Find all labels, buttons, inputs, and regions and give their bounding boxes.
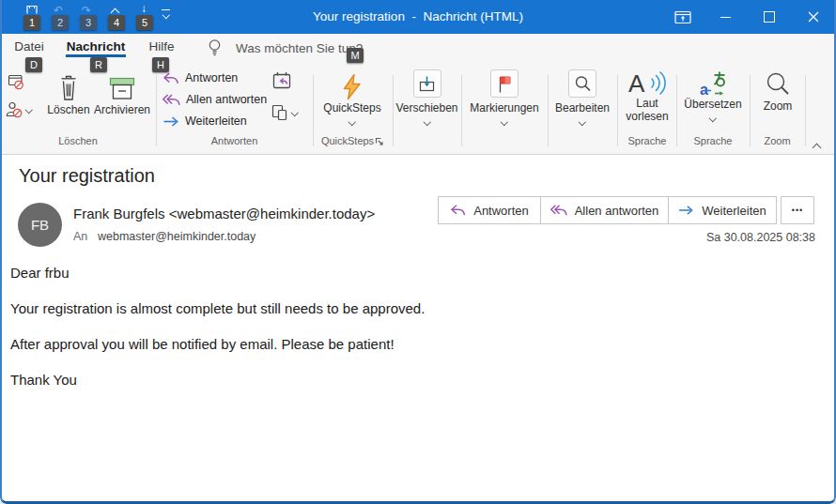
translate-button[interactable]: a Übersetzen bbox=[678, 69, 748, 121]
maximize-button[interactable] bbox=[755, 0, 783, 34]
close-button[interactable] bbox=[799, 0, 828, 34]
popout-button[interactable] bbox=[669, 0, 697, 34]
flag-icon bbox=[490, 69, 519, 98]
forward-icon bbox=[678, 205, 694, 216]
keytip: 4 bbox=[108, 15, 125, 30]
forward-action-label: Weiterleiten bbox=[702, 204, 766, 218]
ignore-icon bbox=[7, 74, 24, 90]
editing-button[interactable]: Bearbeiten bbox=[548, 69, 617, 125]
move-label: Verschieben bbox=[395, 101, 457, 115]
tags-label: Markierungen bbox=[470, 101, 538, 115]
body-line: Your registration is almost complete but… bbox=[10, 300, 425, 316]
ignore-button[interactable] bbox=[7, 74, 24, 90]
keytip-search: M bbox=[347, 48, 364, 63]
keytip-message: R bbox=[90, 57, 107, 72]
group-label-quicksteps: QuickSteps bbox=[313, 135, 382, 146]
tags-button[interactable]: Markierungen bbox=[461, 69, 548, 125]
reply-label: Antworten bbox=[185, 71, 238, 84]
reply-all-button[interactable]: Allen antworten bbox=[163, 89, 267, 110]
svg-text:a: a bbox=[700, 82, 708, 97]
tab-help[interactable]: Hilfe bbox=[143, 38, 180, 56]
translate-label: Übersetzen bbox=[684, 98, 741, 111]
move-button[interactable]: Verschieben bbox=[393, 69, 461, 125]
group-label-speech: Sprache bbox=[618, 135, 676, 146]
archive-icon bbox=[109, 72, 135, 103]
group-label-zoom: Zoom bbox=[750, 135, 805, 146]
editing-label: Bearbeiten bbox=[555, 101, 610, 115]
junk-icon bbox=[5, 101, 23, 118]
keytip-help: H bbox=[152, 57, 169, 72]
junk-button[interactable] bbox=[5, 101, 32, 118]
reply-button[interactable]: Antworten bbox=[163, 68, 238, 88]
quicksteps-dialog-launcher[interactable] bbox=[375, 137, 384, 146]
body-line: After approval you will be notified by e… bbox=[10, 336, 395, 352]
reply-icon bbox=[450, 204, 466, 217]
keytip: 3 bbox=[80, 15, 97, 30]
translate-chevron bbox=[709, 115, 717, 122]
tab-message[interactable]: Nachricht bbox=[66, 38, 126, 56]
avatar[interactable]: FB bbox=[18, 203, 62, 247]
tell-me-search[interactable]: Was möchten Sie tun? bbox=[236, 41, 363, 55]
reply-action-button[interactable]: Antworten bbox=[438, 196, 541, 224]
meeting-reply-icon bbox=[271, 71, 292, 91]
quicksteps-chevron bbox=[348, 118, 356, 126]
to-address[interactable]: webmaster@heimkinder.today bbox=[98, 230, 255, 243]
delete-label: Löschen bbox=[47, 103, 89, 116]
maximize-icon bbox=[764, 11, 775, 23]
sender-line[interactable]: Frank Burgfels <webmaster@heimkinder.tod… bbox=[73, 206, 375, 221]
collapse-ribbon-button[interactable] bbox=[813, 138, 820, 155]
zoom-label: Zoom bbox=[764, 99, 793, 113]
keytip: 2 bbox=[52, 15, 69, 30]
archive-button[interactable]: Archivieren bbox=[92, 72, 152, 130]
read-aloud-label-2: vorlesen bbox=[626, 110, 668, 123]
reply-all-action-button[interactable]: Allen antworten bbox=[540, 196, 669, 224]
more-respond-actions-button[interactable] bbox=[271, 103, 298, 121]
forward-button[interactable]: Weiterleiten bbox=[163, 111, 247, 131]
tab-file[interactable]: Datei bbox=[12, 38, 46, 56]
read-aloud-label-1: Laut bbox=[636, 97, 658, 110]
group-label-translate: Sprache bbox=[676, 135, 750, 146]
quicksteps-label: QuickSteps bbox=[323, 101, 380, 115]
forward-action-button[interactable]: Weiterleiten bbox=[668, 196, 777, 224]
forward-label: Weiterleiten bbox=[185, 115, 247, 128]
to-label: An bbox=[73, 230, 87, 243]
meeting-reply-button[interactable] bbox=[271, 71, 292, 91]
editing-chevron bbox=[579, 118, 586, 126]
zoom-icon bbox=[765, 69, 791, 99]
keytip: 5 bbox=[136, 15, 153, 30]
read-aloud-button[interactable]: A Laut vorlesen bbox=[619, 69, 675, 123]
more-actions-button[interactable]: ••• bbox=[781, 196, 814, 224]
group-separator bbox=[805, 75, 806, 146]
lightbulb-icon bbox=[208, 38, 222, 56]
reply-all-icon bbox=[550, 204, 567, 217]
lightning-icon bbox=[340, 71, 364, 101]
more-actions-icon: ••• bbox=[792, 206, 803, 215]
reply-all-action-label: Allen antworten bbox=[575, 204, 659, 218]
keytip-file: D bbox=[25, 57, 42, 72]
titlebar: 1 ↶ 2 ↷ 3 4 ↓ 5 Your registration - Nach… bbox=[0, 0, 836, 34]
zoom-button[interactable]: Zoom bbox=[751, 69, 804, 113]
more-respond-chevron bbox=[291, 109, 299, 116]
magnifier-icon bbox=[568, 69, 596, 98]
reply-all-icon bbox=[163, 93, 180, 107]
junk-dropdown-chevron bbox=[25, 106, 33, 114]
more-respond-icon bbox=[271, 103, 288, 121]
move-chevron bbox=[424, 118, 431, 126]
body-line: Thank You bbox=[10, 372, 77, 388]
reply-action-label: Antworten bbox=[473, 204, 529, 218]
minimize-button[interactable] bbox=[711, 0, 739, 34]
delete-button[interactable]: Löschen bbox=[43, 72, 94, 130]
group-label-delete: Löschen bbox=[0, 135, 156, 146]
forward-icon bbox=[163, 115, 179, 128]
read-aloud-icon: A bbox=[627, 69, 667, 97]
keytip: 1 bbox=[23, 15, 40, 30]
svg-text:A: A bbox=[628, 69, 645, 97]
trash-icon bbox=[58, 72, 79, 103]
group-label-respond: Antworten bbox=[156, 135, 313, 146]
quicksteps-button[interactable]: QuickSteps bbox=[316, 71, 389, 131]
popout-icon bbox=[674, 10, 691, 24]
message-subject: Your registration bbox=[19, 165, 155, 187]
reply-all-label: Allen antworten bbox=[186, 93, 267, 106]
outlook-message-window: 1 ↶ 2 ↷ 3 4 ↓ 5 Your registration - Nach… bbox=[0, 0, 836, 504]
archive-label: Archivieren bbox=[94, 103, 150, 116]
